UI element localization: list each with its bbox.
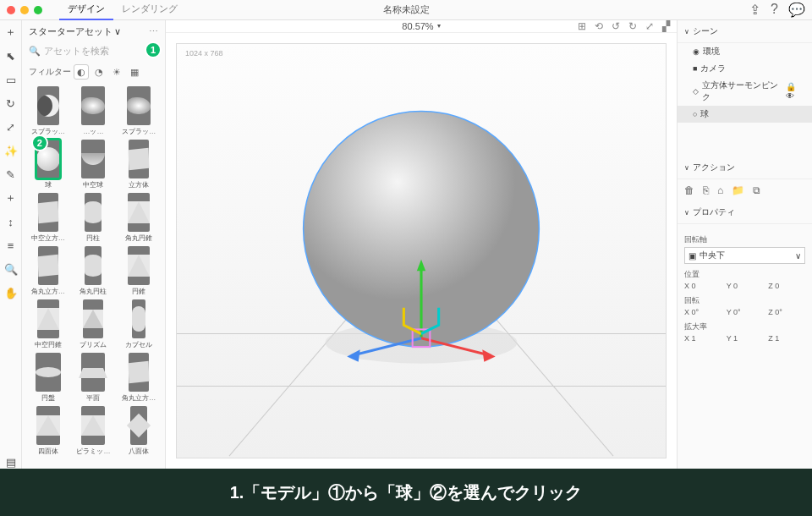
asset-カプセル[interactable] (132, 299, 145, 338)
rotate-tool-icon[interactable]: ↻ (4, 96, 18, 110)
asset-角丸立方…[interactable] (38, 246, 58, 285)
pivot-select[interactable]: ▣ 中央下∨ (684, 247, 805, 264)
camera-icon[interactable]: ⟲ (595, 20, 603, 32)
asset-label: 立方体 (129, 180, 149, 189)
scene-item-環境[interactable]: ◉環境 (678, 43, 812, 60)
asset-label: ピラミッ… (76, 447, 110, 456)
delete-icon[interactable]: 🗑 (684, 184, 694, 196)
comment-icon[interactable]: 💬 (788, 2, 805, 18)
tab-rendering[interactable]: レンダリング (113, 0, 186, 20)
render-icon[interactable]: ▞ (662, 20, 670, 32)
folder-icon[interactable]: 📁 (732, 184, 744, 196)
properties-header: プロパティ (693, 206, 735, 218)
right-panel: ∨シーン ◉環境■カメラ◇立方体サーモンピンク🔒 👁○球 ∨アクション 🗑 ⎘ … (677, 20, 812, 469)
asset-label: 中空立方… (31, 233, 65, 243)
help-icon[interactable]: ? (771, 2, 778, 18)
asset-円盤[interactable] (36, 353, 61, 392)
filter-image-icon[interactable]: ▦ (127, 64, 142, 80)
scale-tool-icon[interactable]: ⤢ (4, 120, 18, 134)
asset-円錐[interactable] (128, 246, 150, 285)
asset-中空立方…[interactable] (38, 193, 58, 232)
zoom-level[interactable]: 80.57% (402, 21, 433, 31)
asset-円柱[interactable] (85, 193, 102, 232)
sidebar-title[interactable]: スターターアセット (29, 25, 112, 38)
actions-header: アクション (693, 162, 735, 173)
position-label: 位置 (684, 269, 805, 280)
rotation-label: 回転 (684, 295, 805, 306)
asset-平面[interactable] (81, 353, 105, 392)
close-icon[interactable] (7, 6, 15, 14)
asset-label: 球 (45, 180, 52, 189)
filter-materials-icon[interactable]: ◔ (91, 64, 107, 80)
scale-label: 拡大率 (684, 321, 805, 332)
asset-label: 角丸立方… (31, 287, 65, 296)
position-xyz[interactable]: X 0Y 0Z 0 (684, 282, 805, 290)
select-tool-icon[interactable]: ⬉ (4, 49, 18, 63)
rotation-xyz[interactable]: X 0°Y 0°Z 0° (684, 308, 805, 316)
asset-…ッ…[interactable] (81, 86, 105, 125)
plus-tool-icon[interactable]: ＋ (4, 191, 18, 205)
group-icon[interactable]: ⌂ (717, 184, 723, 196)
scene-item-立方体サーモンピンク[interactable]: ◇立方体サーモンピンク🔒 👁 (678, 77, 812, 106)
frame-icon[interactable]: ⊞ (578, 20, 586, 32)
minimize-icon[interactable] (20, 6, 29, 14)
brush-tool-icon[interactable]: ✎ (4, 167, 18, 181)
callout-2: 2 (31, 134, 48, 151)
magic-tool-icon[interactable]: ✨ (4, 144, 18, 157)
asset-label: スプラッ… (122, 127, 156, 136)
text-tool-icon[interactable]: ↕ (4, 215, 18, 228)
hand-tool-icon[interactable]: ✋ (4, 286, 18, 299)
asset-中空球[interactable] (81, 140, 105, 178)
asset-label: 八面体 (129, 447, 149, 456)
asset-ピラミッ…[interactable] (81, 406, 105, 445)
asset-label: 角丸立方… (122, 393, 156, 403)
rect-tool-icon[interactable]: ▭ (4, 73, 18, 86)
instruction-banner: 1.「モデル」①から「球」②を選んでクリック (0, 469, 812, 516)
asset-プリズム[interactable] (83, 299, 103, 338)
zoom-tool-icon[interactable]: 🔍 (4, 262, 18, 276)
share-icon[interactable]: ⇪ (749, 2, 760, 18)
viewport-toolbar: 80.57%▾ ⊞ ⟲ ↺ ↻ ⤢ ▞ (166, 20, 677, 33)
pivot-label: 回転軸 (684, 234, 805, 245)
asset-中空円錐[interactable] (37, 299, 59, 338)
sidebar-more-icon[interactable]: ⋯ (149, 26, 158, 37)
maximize-icon[interactable] (34, 6, 42, 14)
asset-四面体[interactable] (36, 406, 60, 445)
asset-sidebar: スターターアセット ∨ ⋯ 🔍 アセットを検索 1 フィルター ◐ ◔ ☀ ▦ … (22, 20, 166, 469)
asset-角丸円柱[interactable] (85, 246, 102, 285)
layers-icon[interactable]: ▤ (4, 455, 18, 469)
titlebar: デザイン レンダリング 名称未設定 ⇪ ? 💬 (0, 0, 812, 20)
titlebar-actions: ⇪ ? 💬 (749, 2, 805, 18)
pan-view-icon[interactable]: ↻ (628, 20, 637, 32)
copy-icon[interactable]: ⧉ (753, 184, 760, 196)
add-icon[interactable]: ＋ (4, 25, 18, 39)
scene-item-球[interactable]: ○球 (678, 106, 812, 123)
asset-角丸立方…[interactable] (129, 353, 149, 392)
asset-label: カプセル (125, 340, 152, 349)
asset-八面体[interactable] (130, 406, 147, 445)
window-controls (7, 6, 42, 14)
rotate-view-icon[interactable]: ↺ (612, 20, 620, 32)
scene-item-カメラ[interactable]: ■カメラ (678, 60, 812, 77)
tab-design[interactable]: デザイン (59, 0, 113, 20)
action-buttons: 🗑 ⎘ ⌂ 📁 ⧉ (678, 179, 812, 201)
document-title: 名称未設定 (383, 3, 430, 16)
scale-xyz[interactable]: X 1Y 1Z 1 (684, 334, 805, 343)
asset-search[interactable]: 🔍 アセットを検索 1 (22, 43, 165, 61)
asset-立方体[interactable] (129, 140, 149, 178)
search-placeholder: アセットを検索 (44, 45, 109, 58)
filter-lights-icon[interactable]: ☀ (109, 64, 124, 80)
asset-角丸円錐[interactable] (128, 193, 150, 232)
asset-スプラッ…[interactable] (127, 86, 151, 125)
search-icon: 🔍 (29, 46, 41, 57)
asset-label: 円錐 (132, 287, 145, 296)
duplicate-icon[interactable]: ⎘ (703, 184, 709, 196)
eyedrop-tool-icon[interactable]: ≡ (4, 239, 18, 252)
asset-球[interactable]: 2 (36, 140, 60, 178)
filter-models-icon[interactable]: ◐ (74, 64, 89, 80)
scene-3d (177, 44, 666, 458)
zoom-view-icon[interactable]: ⤢ (645, 20, 654, 32)
asset-スプラッ…[interactable] (37, 86, 59, 125)
canvas[interactable]: 1024 x 768 (176, 43, 667, 458)
asset-label: …ッ… (83, 127, 103, 136)
